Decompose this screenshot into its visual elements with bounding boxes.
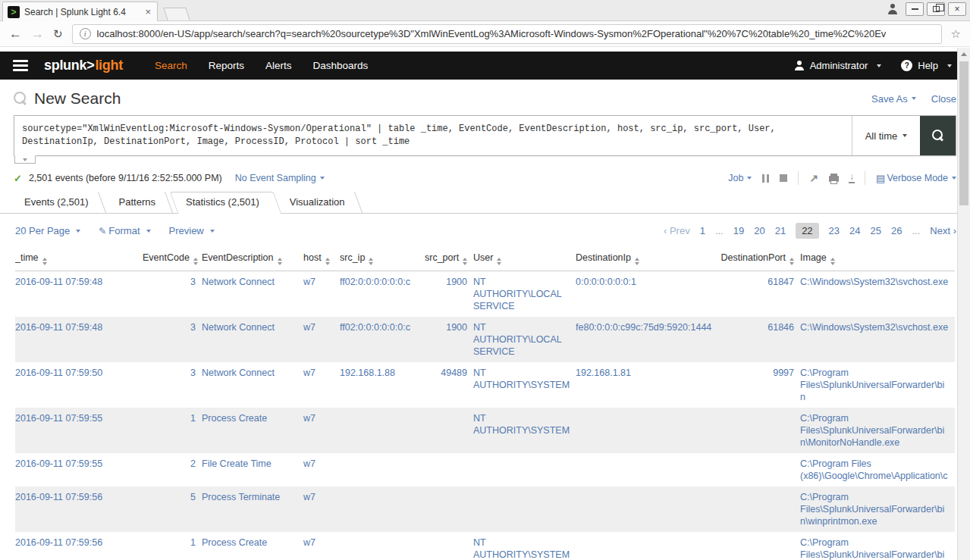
cell-src-port[interactable]: [425, 486, 473, 532]
cell-destinationport[interactable]: [718, 532, 800, 560]
cell-time[interactable]: 2016-09-11 07:59:55: [15, 453, 143, 486]
cell-src-port[interactable]: 1900: [425, 271, 473, 318]
minimize-button[interactable]: [906, 2, 924, 16]
reload-icon[interactable]: ↻: [53, 28, 63, 39]
cell-destinationport[interactable]: [718, 453, 800, 486]
cell-user[interactable]: [473, 486, 576, 532]
search-query-input[interactable]: sourcetype="XmlWinEventLog:Microsoft-Win…: [14, 116, 852, 155]
col-header-user[interactable]: User: [473, 248, 576, 271]
info-icon[interactable]: i: [80, 28, 91, 39]
save-as-button[interactable]: Save As: [871, 93, 916, 105]
page-number[interactable]: 20: [754, 225, 764, 236]
prev-page-button[interactable]: ‹ Prev: [664, 225, 690, 236]
cell-host[interactable]: w7: [303, 532, 340, 560]
col-header-eventcode[interactable]: EventCode: [143, 248, 202, 271]
pause-icon[interactable]: [762, 174, 769, 183]
cell-src-ip[interactable]: ff02:0:0:0:0:0:0:c: [340, 317, 425, 362]
cell-destinationip[interactable]: 0:0:0:0:0:0:0:1: [576, 271, 718, 318]
job-menu[interactable]: Job: [728, 173, 752, 183]
cell-destinationip[interactable]: [576, 408, 718, 453]
cell-user[interactable]: NT AUTHORITY\SYSTEM: [473, 532, 576, 560]
cell-eventdescription[interactable]: Process Create: [202, 532, 303, 560]
cell-destinationport[interactable]: 61847: [718, 271, 800, 318]
user-menu[interactable]: Administrator: [787, 60, 890, 71]
tab-close-icon[interactable]: ×: [143, 6, 152, 17]
search-button[interactable]: [920, 116, 956, 155]
cell-src-ip[interactable]: 192.168.1.88: [340, 362, 425, 408]
col-header-time[interactable]: _time: [15, 248, 143, 271]
cell-src-ip[interactable]: ff02:0:0:0:0:0:0:c: [340, 271, 425, 318]
search-assistant-toggle[interactable]: [14, 155, 36, 164]
nav-item-alerts[interactable]: Alerts: [255, 52, 303, 80]
col-header-eventdescription[interactable]: EventDescription: [202, 248, 303, 271]
cell-host[interactable]: w7: [303, 317, 340, 362]
col-header-image[interactable]: Image: [800, 248, 955, 271]
cell-destinationip[interactable]: 192.168.1.81: [576, 362, 718, 408]
cell-src-port[interactable]: 1900: [425, 317, 473, 362]
cell-image[interactable]: C:\Windows\System32\svchost.exe: [800, 271, 955, 318]
cell-eventdescription[interactable]: Process Create: [202, 408, 303, 453]
cell-host[interactable]: w7: [303, 271, 340, 318]
cell-host[interactable]: w7: [303, 408, 340, 453]
cell-eventcode[interactable]: 3: [143, 271, 202, 318]
cell-user[interactable]: NT AUTHORITY\LOCAL SERVICE: [473, 317, 576, 362]
tab-visualization[interactable]: Visualization: [278, 192, 363, 213]
cell-time[interactable]: 2016-09-11 07:59:56: [15, 486, 143, 532]
share-icon[interactable]: ↗: [809, 173, 818, 183]
cell-eventdescription[interactable]: Network Connect: [202, 362, 303, 408]
nav-item-dashboards[interactable]: Dashboards: [303, 52, 379, 80]
cell-src-port[interactable]: [425, 532, 473, 560]
cell-destinationport[interactable]: 61846: [718, 317, 800, 362]
cell-user[interactable]: NT AUTHORITY\SYSTEM: [473, 408, 576, 453]
close-search-button[interactable]: Close: [931, 93, 956, 105]
cell-destinationport[interactable]: [718, 486, 800, 532]
next-page-button[interactable]: Next ›: [930, 225, 956, 236]
cell-eventcode[interactable]: 3: [143, 317, 202, 362]
splunk-logo[interactable]: splunk>light: [44, 58, 123, 74]
cell-eventdescription[interactable]: Network Connect: [202, 317, 303, 362]
cell-src-ip[interactable]: [340, 532, 425, 560]
cell-time[interactable]: 2016-09-11 07:59:55: [15, 408, 143, 453]
cell-src-port[interactable]: 49489: [425, 362, 473, 408]
cell-time[interactable]: 2016-09-11 07:59:56: [15, 532, 143, 560]
cell-image[interactable]: C:\Windows\System32\svchost.exe: [800, 317, 955, 362]
search-mode-selector[interactable]: ▤Verbose Mode: [876, 173, 956, 183]
page-scrollbar[interactable]: [957, 48, 970, 560]
scrollbar-thumb[interactable]: [959, 61, 968, 205]
cell-eventcode[interactable]: 5: [143, 486, 202, 532]
cell-eventdescription[interactable]: File Create Time: [202, 453, 303, 486]
cell-destinationport[interactable]: [718, 408, 800, 453]
browser-profile-icon[interactable]: [887, 4, 898, 14]
bookmark-star-icon[interactable]: ☆: [951, 27, 961, 41]
new-tab-button[interactable]: [163, 8, 190, 20]
restore-button[interactable]: [927, 2, 945, 16]
url-field[interactable]: i localhost:8000/en-US/app/search/search…: [72, 24, 942, 44]
cell-destinationip[interactable]: [576, 453, 718, 486]
cell-image[interactable]: C:\Program Files\SplunkUniversalForwarde…: [800, 486, 955, 532]
col-header-src-port[interactable]: src_port: [425, 248, 473, 271]
cell-eventcode[interactable]: 3: [143, 362, 202, 408]
scrollbar-up-arrow-icon[interactable]: [958, 48, 970, 60]
cell-time[interactable]: 2016-09-11 07:59:50: [15, 362, 143, 408]
page-number[interactable]: 24: [849, 225, 860, 236]
close-button[interactable]: ×: [948, 2, 966, 16]
cell-eventdescription[interactable]: Process Terminate: [202, 486, 303, 532]
cell-eventcode[interactable]: 2: [143, 453, 202, 486]
page-number[interactable]: 25: [871, 225, 881, 236]
browser-tab[interactable]: > Search | Splunk Light 6.4 ×: [2, 2, 158, 21]
per-page-selector[interactable]: 20 Per Page: [15, 225, 80, 236]
cell-image[interactable]: C:\Program Files\SplunkUniversalForwarde…: [800, 532, 955, 560]
cell-image[interactable]: C:\Program Files (x86)\Google\Chrome\App…: [800, 453, 955, 486]
tab-events[interactable]: Events (2,501): [12, 192, 107, 213]
cell-destinationip[interactable]: [576, 486, 718, 532]
cell-src-ip[interactable]: [340, 408, 425, 453]
cell-time[interactable]: 2016-09-11 07:59:48: [15, 271, 143, 318]
page-number[interactable]: 21: [775, 225, 786, 236]
cell-host[interactable]: w7: [303, 486, 340, 532]
cell-user[interactable]: [473, 453, 576, 486]
cell-destinationip[interactable]: [576, 532, 718, 560]
export-icon[interactable]: ↓: [849, 173, 854, 183]
cell-time[interactable]: 2016-09-11 07:59:48: [15, 317, 143, 362]
current-page[interactable]: 22: [796, 223, 818, 239]
tab-statistics[interactable]: Statistics (2,501): [174, 192, 278, 213]
